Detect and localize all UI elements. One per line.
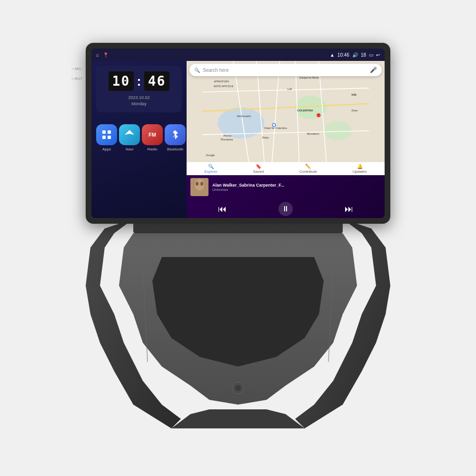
app-icon-radio[interactable]: FM Radio <box>142 124 163 151</box>
right-panel: APINATURA ENTE APICOLE Garajul lui Mortu… <box>187 61 385 218</box>
svg-rect-2 <box>102 136 106 139</box>
music-controls: ⏮ ⏸ ⏭ <box>190 202 381 216</box>
svg-text:Roka: Roka <box>262 136 269 139</box>
svg-rect-3 <box>108 136 111 139</box>
svg-text:Parcul: Parcul <box>224 134 231 137</box>
svg-text:Lidl: Lidl <box>288 88 292 90</box>
status-right-icons: ▲ 10:46 🔊 18 ▭ ↩ <box>330 52 380 58</box>
status-bar: ⌂ 📍 ▲ 10:46 🔊 18 ▭ ↩ <box>91 49 385 61</box>
music-text: Alan Walker_Sabrina Carpenter_F... Unkno… <box>212 183 381 192</box>
svg-text:Hotel Sir Colentina: Hotel Sir Colentina <box>264 127 287 129</box>
left-panel: 10 : 46 2023.10.02 Monday <box>91 61 187 218</box>
saved-icon: 🔖 <box>256 164 261 169</box>
clock-colon: : <box>137 74 141 89</box>
music-info: Alan Walker_Sabrina Carpenter_F... Unkno… <box>190 178 381 196</box>
mic-label: ○ MIC <box>71 67 82 71</box>
tab-saved[interactable]: 🔖 Saved <box>253 164 264 174</box>
tab-contribute[interactable]: ✏️ Contribute <box>299 164 317 174</box>
bluetooth-label: Bluetooth <box>167 147 183 151</box>
music-artist: Unknown <box>212 188 381 192</box>
svg-text:Danc: Danc <box>352 109 358 112</box>
clock-hours: 10 <box>109 71 134 91</box>
contribute-label: Contribute <box>299 169 317 174</box>
prev-button[interactable]: ⏮ <box>215 202 229 216</box>
side-labels: ○ MIC ○ RST <box>71 67 82 81</box>
svg-text:ION: ION <box>352 93 357 96</box>
music-thumbnail <box>190 178 208 196</box>
svg-text:ENTE APICOLE: ENTE APICOLE <box>214 85 233 88</box>
mic-search-icon[interactable]: 🎤 <box>370 67 377 73</box>
search-icon: 🔍 <box>194 68 200 73</box>
svg-point-31 <box>273 124 275 126</box>
back-icon[interactable]: ↩ <box>376 52 380 58</box>
music-artwork <box>190 178 208 196</box>
navi-label: Navi <box>126 147 133 151</box>
svg-point-44 <box>235 385 241 391</box>
status-left-icons: ⌂ 📍 <box>96 52 109 58</box>
radio-label: Radio <box>148 147 158 151</box>
mount-bracket <box>86 219 390 428</box>
svg-text:APINATURA: APINATURA <box>214 80 229 83</box>
date-info: 2023.10.02 Monday <box>128 95 149 107</box>
svg-rect-1 <box>108 130 111 134</box>
app-icon-navi[interactable]: Navi <box>119 124 140 151</box>
svg-text:Garajul lui Mortu: Garajul lui Mortu <box>299 76 319 79</box>
explore-icon: 🔍 <box>208 164 214 169</box>
saved-label: Saved <box>253 169 264 174</box>
clock-display: 10 : 46 <box>109 71 170 91</box>
explore-label: Explore <box>204 169 217 174</box>
volume-icon: 🔊 <box>352 52 358 58</box>
radio-icon-circle: FM <box>142 124 163 145</box>
play-pause-button[interactable]: ⏸ <box>278 202 293 216</box>
svg-text:Google: Google <box>206 154 215 157</box>
svg-point-9 <box>325 121 352 140</box>
screen: ⌂ 📍 ▲ 10:46 🔊 18 ▭ ↩ <box>91 49 385 218</box>
tab-explore[interactable]: 🔍 Explore <box>204 164 217 174</box>
clock-minutes: 46 <box>144 71 170 91</box>
app-icon-apps[interactable]: Apps <box>96 124 117 151</box>
svg-point-38 <box>200 182 203 186</box>
updates-icon: 🔔 <box>357 164 363 169</box>
device-container: ○ MIC ○ RST ⌂ 📍 ▲ 10:46 🔊 18 ▭ ↩ <box>76 43 400 433</box>
wifi-icon: ▲ <box>330 52 335 58</box>
svg-point-37 <box>196 182 198 186</box>
clock-widget: 10 : 46 2023.10.02 Monday <box>96 66 182 112</box>
map-area[interactable]: APINATURA ENTE APICOLE Garajul lui Mortu… <box>187 61 385 162</box>
svg-text:Plumbuita: Plumbuita <box>221 138 233 141</box>
navi-icon-circle <box>119 124 140 145</box>
updates-label: Updates <box>353 169 367 174</box>
tab-updates[interactable]: 🔔 Updates <box>353 164 367 174</box>
svg-text:Morodrom: Morodrom <box>307 132 319 135</box>
window-icon[interactable]: ▭ <box>369 52 373 58</box>
music-widget: Alan Walker_Sabrina Carpenter_F... Unkno… <box>187 175 385 218</box>
map-search-bar[interactable]: 🔍 Search here 🎤 <box>189 64 382 76</box>
search-placeholder: Search here <box>203 68 228 73</box>
next-button[interactable]: ⏭ <box>342 202 356 216</box>
svg-text:COLENTINA: COLENTINA <box>297 109 313 112</box>
date-display: 2023.10.02 <box>128 95 149 101</box>
time-display: 10:46 <box>337 52 349 58</box>
main-area: 10 : 46 2023.10.02 Monday <box>91 61 385 218</box>
day-display: Monday <box>128 101 149 107</box>
svg-text:McDonald's: McDonald's <box>237 115 251 118</box>
radio-unit: ○ MIC ○ RST ⌂ 📍 ▲ 10:46 🔊 18 ▭ ↩ <box>86 43 390 224</box>
home-icon[interactable]: ⌂ <box>96 52 99 58</box>
map-tabs: 🔍 Explore 🔖 Saved ✏️ Contribute 🔔 <box>187 162 385 175</box>
rst-label: ○ RST <box>71 77 82 81</box>
app-icon-bluetooth[interactable]: Bluetooth <box>165 124 186 151</box>
location-icon[interactable]: 📍 <box>103 52 109 58</box>
apps-icon-circle <box>96 124 117 145</box>
app-shortcuts: Apps Navi FM <box>96 116 182 155</box>
apps-label: Apps <box>102 147 111 151</box>
music-title: Alan Walker_Sabrina Carpenter_F... <box>212 183 381 188</box>
bluetooth-icon-circle <box>165 124 186 145</box>
svg-rect-0 <box>102 130 106 134</box>
battery-level: 18 <box>361 52 366 58</box>
contribute-icon: ✏️ <box>305 164 311 169</box>
svg-point-32 <box>317 113 320 117</box>
